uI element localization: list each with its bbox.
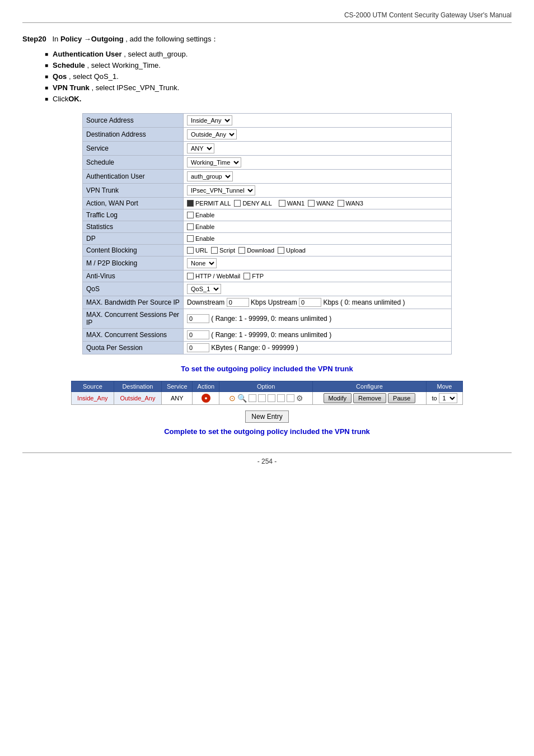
- quota-unit: KBytes ( Range: 0 - 999999 ): [211, 344, 298, 352]
- select-qos[interactable]: QoS_1: [187, 284, 221, 294]
- av-ftp-icon: [243, 273, 250, 279]
- row-action-wan: Action, WAN Port PERMIT ALL DENY ALL WAN…: [83, 198, 452, 209]
- label-dp: DP: [83, 233, 184, 245]
- av-ftp-label: FTP: [252, 273, 264, 279]
- bullet-schedule: Schedule , select Working_Time.: [45, 61, 512, 69]
- select-destination[interactable]: Outside_Any: [187, 129, 237, 139]
- option-icon-2: 🔍: [237, 394, 247, 403]
- wan1-cb-icon: [279, 200, 285, 207]
- av-http-icon: [187, 273, 194, 279]
- row-auth-user: Authentication User auth_group: [83, 170, 452, 184]
- cb-script: Script: [211, 247, 235, 254]
- td-source: Inside_Any: [72, 392, 114, 405]
- cb-upload-label: Upload: [286, 247, 306, 254]
- form-table: Source Address Inside_Any Destination Ad…: [82, 113, 452, 354]
- row-bandwidth: MAX. Bandwidth Per Source IP Downstream …: [83, 296, 452, 309]
- step-label: Step20: [22, 35, 46, 43]
- av-ftp: FTP: [243, 273, 264, 279]
- new-entry-button[interactable]: New Entry: [245, 410, 288, 423]
- row-traffic-log: Traffic Log Enable: [83, 209, 452, 221]
- wan3-cb-icon: [338, 200, 344, 207]
- step-block: Step20 In Policy →Outgoing , add the fol…: [22, 34, 512, 103]
- action-icon: ●: [202, 394, 210, 403]
- label-bandwidth: MAX. Bandwidth Per Source IP: [83, 296, 184, 309]
- select-schedule[interactable]: Working_Time: [187, 157, 241, 167]
- select-p2p[interactable]: None: [187, 258, 217, 268]
- remove-button[interactable]: Remove: [353, 393, 386, 403]
- wan3-checkbox: WAN3: [338, 200, 363, 207]
- option-icon-empty4: [277, 394, 285, 402]
- cb-upload-icon: [278, 247, 284, 254]
- policy-table-header: Source Destination Service Action Option…: [72, 381, 463, 392]
- label-destination: Destination Address: [83, 128, 184, 142]
- label-quota: Quota Per Session: [83, 342, 184, 354]
- header-title: CS-2000 UTM Content Security Gateway Use…: [344, 11, 512, 19]
- select-vpn-trunk[interactable]: IPsec_VPN_Tunnel: [187, 185, 255, 195]
- row-destination: Destination Address Outside_Any: [83, 128, 452, 142]
- deny-all-checkbox: DENY ALL: [234, 200, 271, 207]
- downstream-input[interactable]: [227, 298, 249, 307]
- sessions-input[interactable]: [187, 330, 209, 339]
- av-http-label: HTTP / WebMail: [195, 273, 240, 279]
- row-source: Source Address Inside_Any: [83, 114, 452, 128]
- td-action: ●: [193, 392, 219, 405]
- permit-all-label: PERMIT ALL: [195, 200, 231, 207]
- traffic-log-enable-label: Enable: [195, 212, 214, 218]
- cb-script-label: Script: [219, 247, 235, 254]
- traffic-log-checkbox: Enable: [187, 212, 448, 218]
- wan1-label: WAN1: [287, 200, 305, 207]
- row-statistics: Statistics Enable: [83, 221, 452, 233]
- quota-input[interactable]: [187, 343, 209, 352]
- to-select[interactable]: 1: [439, 393, 457, 403]
- th-option: Option: [219, 381, 312, 392]
- option-icon-empty2: [258, 394, 266, 402]
- label-p2p-blocking: M / P2P Blocking: [83, 256, 184, 270]
- option-icon-3: ⚙: [296, 394, 303, 403]
- dp-enable-label: Enable: [195, 235, 214, 242]
- row-sessions: MAX. Concurrent Sessions ( Range: 1 - 99…: [83, 329, 452, 342]
- caption1: To set the outgoing policy included the …: [22, 365, 512, 373]
- policy-table: Source Destination Service Action Option…: [71, 381, 463, 405]
- deny-all-cb-icon: [234, 200, 241, 207]
- page-number: - 254 -: [257, 458, 277, 465]
- option-icons: ⊙ 🔍 ⚙: [222, 394, 309, 403]
- select-auth-user[interactable]: auth_group: [187, 171, 233, 181]
- sessions-range: ( Range: 1 - 99999, 0: means unlimited ): [211, 331, 331, 339]
- label-action-wan: Action, WAN Port: [83, 198, 184, 209]
- td-service: ANY: [162, 392, 193, 405]
- wan2-checkbox: WAN2: [308, 200, 334, 207]
- sessions-per-ip-range: ( Range: 1 - 99999, 0: means unlimited ): [211, 315, 331, 323]
- modify-button[interactable]: Modify: [324, 393, 352, 403]
- td-destination: Outside_Any: [114, 392, 162, 405]
- row-schedule: Schedule Working_Time: [83, 156, 452, 170]
- upstream-unit: Kbps ( 0: means unlimited ): [323, 298, 405, 306]
- upstream-input[interactable]: [299, 298, 321, 307]
- row-content-blocking: Content Blocking URL Script Download Upl…: [83, 245, 452, 256]
- page-footer: - 254 -: [22, 452, 512, 465]
- cb-url-label: URL: [195, 247, 208, 254]
- label-statistics: Statistics: [83, 221, 184, 233]
- bullet-auth: Authentication User , select auth_group.: [45, 50, 512, 58]
- step-nav: Policy →Outgoing: [60, 35, 124, 43]
- cb-download: Download: [238, 247, 274, 254]
- cb-url-icon: [187, 247, 194, 254]
- wan1-checkbox: WAN1: [279, 200, 305, 207]
- wan2-cb-icon: [308, 200, 315, 207]
- label-sessions: MAX. Concurrent Sessions: [83, 329, 184, 342]
- select-service[interactable]: ANY: [187, 143, 214, 153]
- td-configure: Modify Remove Pause: [312, 392, 426, 405]
- row-p2p-blocking: M / P2P Blocking None: [83, 256, 452, 270]
- sessions-per-ip-input[interactable]: [187, 314, 209, 323]
- bullet-vpn: VPN Trunk , select IPSec_VPN_Trunk.: [45, 83, 512, 92]
- content-blocking-options: URL Script Download Upload: [187, 247, 448, 254]
- caption2: Complete to set the outgoing policy incl…: [22, 427, 512, 436]
- th-destination: Destination: [114, 381, 162, 392]
- downstream-label: Downstream: [187, 298, 227, 306]
- new-entry-wrap: New Entry: [22, 410, 512, 423]
- traffic-log-cb-icon: [187, 212, 194, 218]
- bullet-qos: Qos , select QoS_1.: [45, 72, 512, 81]
- select-source[interactable]: Inside_Any: [187, 115, 232, 125]
- policy-table-wrap: Source Destination Service Action Option…: [71, 381, 463, 405]
- pause-button[interactable]: Pause: [388, 393, 415, 403]
- wan2-label: WAN2: [316, 200, 334, 207]
